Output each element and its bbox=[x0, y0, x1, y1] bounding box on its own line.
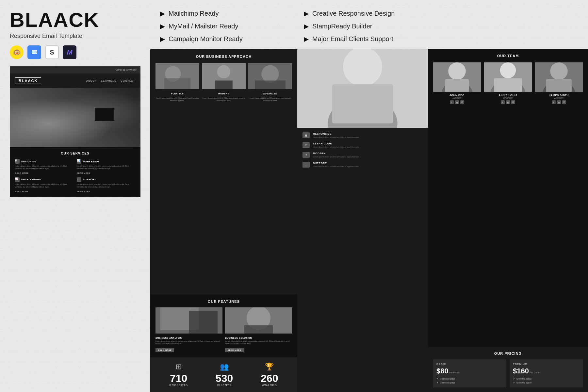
basic-period: Per Month bbox=[449, 371, 460, 374]
nav-about: ABOUT bbox=[86, 79, 97, 82]
designing-icon: ⊞ bbox=[15, 159, 20, 164]
check-icon: ✓ bbox=[436, 377, 439, 380]
svg-point-24 bbox=[500, 62, 516, 78]
support-readmore[interactable]: READ MORE bbox=[77, 190, 135, 192]
support-icon: 🎧 bbox=[77, 177, 81, 182]
instagram-icon[interactable]: ◎ bbox=[511, 100, 515, 104]
list-item: 📊 MARKETING Lorem ipsum dolor sit amet, … bbox=[77, 159, 135, 174]
premium-price: $160 bbox=[513, 367, 529, 375]
svg-rect-5 bbox=[215, 80, 233, 89]
pricing-section: OUR PRICING BASIC $80 Per Month ✓ bbox=[428, 347, 588, 392]
marketing-readmore[interactable]: READ MORE bbox=[77, 172, 135, 174]
biz-label-modern: MODERN bbox=[202, 92, 246, 95]
awards-label: AWARDS bbox=[261, 384, 278, 387]
svg-point-20 bbox=[448, 62, 466, 80]
business-title: OUR BUSINESS APPROACH bbox=[155, 55, 292, 58]
team-social-john: f g ◎ bbox=[433, 100, 481, 104]
right-features-top: ▶ Creative Responsive Design ▶ StampRead… bbox=[297, 0, 588, 49]
instagram-icon[interactable]: ◎ bbox=[562, 100, 566, 104]
feature-text-modern: MODERN Lorem ipsum dolor sit amet elit c… bbox=[313, 152, 359, 158]
pricing-features-premium: ✓ Unlimited space ✓ Unlimited space bbox=[513, 377, 580, 384]
check-icon: ✓ bbox=[513, 377, 515, 380]
svg-rect-22 bbox=[445, 79, 469, 92]
facebook-icon[interactable]: f bbox=[501, 100, 505, 104]
list-item: BUSINESS ANALYSIS Lorem ipsum dolor sit … bbox=[155, 337, 222, 352]
facebook-icon[interactable]: f bbox=[450, 100, 454, 104]
feature-text-responsive: RESPONSIVE Lorem ipsum dolor sit amet el… bbox=[313, 132, 359, 139]
features-list-panel: ▦ RESPONSIVE Lorem ipsum dolor sit amet … bbox=[297, 128, 428, 173]
feat-label-analysis: BUSINESS ANALYSIS bbox=[155, 337, 222, 339]
facebook-icon[interactable]: f bbox=[552, 100, 556, 104]
feature-desc-support: Lorem ipsum dolor sit amet elit cursus. … bbox=[313, 165, 359, 168]
feat-image-1 bbox=[155, 307, 222, 334]
pricing-price-premium: $160 Per Month bbox=[513, 367, 580, 375]
google-icon[interactable]: g bbox=[557, 100, 561, 104]
google-icon[interactable]: g bbox=[455, 100, 459, 104]
feat-readmore-solution[interactable]: READ MORE bbox=[225, 348, 244, 352]
pricing-price-basic: $80 Per Month bbox=[436, 367, 503, 375]
list-item: BUSINESS SOLUTION Lorem ipsum dolor sit … bbox=[225, 337, 292, 352]
google-icon[interactable]: g bbox=[506, 100, 510, 104]
svg-rect-14 bbox=[244, 325, 273, 333]
right-section: ▶ Creative Responsive Design ▶ StampRead… bbox=[297, 0, 588, 392]
designing-readmore[interactable]: READ MORE bbox=[15, 172, 74, 174]
pricing-grid: BASIC $80 Per Month ✓ Unlimited space bbox=[433, 359, 583, 387]
features-title: OUR FEATURES bbox=[155, 300, 292, 303]
team-section: OUR TEAM JOHN DEO bbox=[428, 49, 588, 347]
logos-row: 🐵 ✉ S M bbox=[10, 45, 140, 59]
marketing-icon: 📊 bbox=[77, 159, 81, 164]
biz-label-flexible: FLEXIBLE bbox=[155, 92, 199, 95]
feat-text-analysis: Lorem ipsum dolor sit amet, consectetur … bbox=[155, 340, 222, 345]
list-item: ✦ MODERN Lorem ipsum dolor sit amet elit… bbox=[302, 152, 423, 158]
biz-image-3 bbox=[248, 63, 292, 89]
list-item: ✓ Unlimited space bbox=[436, 377, 503, 380]
services-grid: ⊞ DESIGNING Lorem ipsum dolor sit amet, … bbox=[15, 159, 135, 192]
biz-image-1 bbox=[155, 63, 199, 89]
preview-logo: BLAACK bbox=[15, 77, 41, 84]
list-item: FLEXIBLE Lorem ipsum sodales orci. Class… bbox=[155, 92, 199, 102]
feature-campaign: Campaign Monitor Ready bbox=[169, 35, 243, 43]
team-social-james: f g ◎ bbox=[535, 100, 583, 104]
arrow-icon: ▶ bbox=[304, 10, 308, 17]
mailchimp-logo: 🐵 bbox=[10, 45, 24, 59]
stat-projects: ⊞ 710 PROJECTS bbox=[169, 363, 188, 387]
list-item: ✓ Unlimited space bbox=[513, 377, 580, 380]
service-label: 📈 DEVELOPMENT bbox=[15, 177, 74, 182]
feature-row: ▶ Campaign Monitor Ready bbox=[160, 35, 291, 43]
list-item: 🎧 SUPPORT Lorem ipsum dolor sit amet eli… bbox=[302, 162, 423, 168]
list-item: MODERN Lorem ipsum sodales orci. Class a… bbox=[202, 92, 246, 102]
preview-header: BLAACK ABOUT SERVICES CONTACT bbox=[10, 74, 140, 88]
feature-title-support: SUPPORT bbox=[313, 162, 359, 165]
feature-row: ▶ StampReady Builder bbox=[304, 23, 578, 30]
features-top: ▶ Mailchimp Ready ▶ MyMail / Mailster Re… bbox=[150, 0, 297, 49]
preview-nav: ABOUT SERVICES CONTACT bbox=[86, 79, 135, 82]
instagram-icon[interactable]: ◎ bbox=[460, 100, 464, 104]
team-photo-annie bbox=[484, 62, 532, 92]
feature-mymail: MyMail / Mailster Ready bbox=[169, 23, 238, 30]
services-title: OUR SERVICES bbox=[15, 152, 135, 155]
projects-icon: ⊞ bbox=[169, 363, 188, 371]
feature-row: ▶ Creative Responsive Design bbox=[304, 10, 578, 17]
svg-point-4 bbox=[217, 65, 230, 78]
designing-text: Lorem ipsum dolor sit amet, consectetur … bbox=[15, 165, 74, 170]
stats-bar: ⊞ 710 PROJECTS 👥 530 CLIENTS 🏆 260 AWARD… bbox=[150, 357, 297, 392]
team-role-annie: Developer bbox=[484, 97, 532, 99]
features-section: OUR FEATURES bbox=[150, 294, 297, 357]
cleancode-icon: ⟨/⟩ bbox=[302, 142, 310, 148]
biz-text-flexible: Lorem ipsum sodales orci. Class aptent t… bbox=[155, 97, 199, 102]
feature-desc-responsive: Lorem ipsum dolor sit amet elit cursus. … bbox=[313, 136, 359, 139]
biz-images-row bbox=[155, 63, 292, 89]
support-text: Lorem ipsum dolor sit amet, consectetur … bbox=[77, 183, 135, 188]
team-role-john: Manager bbox=[433, 97, 481, 99]
team-photo-james bbox=[535, 62, 583, 92]
feature-title-cleancode: CLEAN CODE bbox=[313, 142, 359, 145]
feat-readmore-analysis[interactable]: READ MORE bbox=[155, 348, 174, 352]
biz-label-advanced: ADVANCED bbox=[248, 92, 292, 95]
brand-title: BLAACK bbox=[10, 10, 140, 30]
pricing-title: OUR PRICING bbox=[433, 351, 583, 355]
development-text: Lorem ipsum dolor sit amet, consectetur … bbox=[15, 183, 74, 188]
business-preview: OUR BUSINESS APPROACH bbox=[150, 49, 297, 294]
template-preview: View In Browser BLAACK ABOUT SERVICES CO… bbox=[10, 66, 140, 197]
development-readmore[interactable]: READ MORE bbox=[15, 190, 74, 192]
mymail-logo: ✉ bbox=[27, 45, 41, 59]
